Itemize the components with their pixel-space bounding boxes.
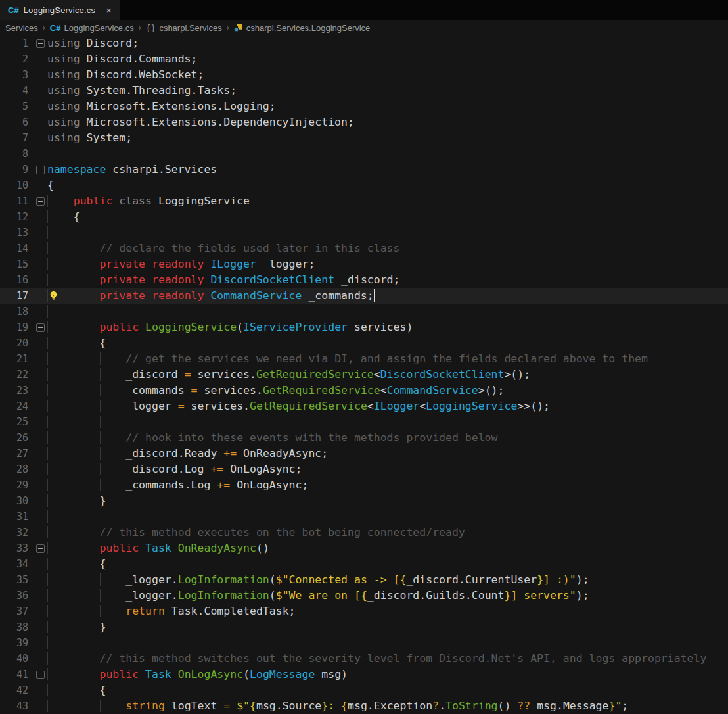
line-number[interactable]: 15 [0,256,33,272]
line-number[interactable]: 38 [0,619,33,635]
line-number[interactable]: 35 [0,572,33,588]
line-number[interactable]: 41 [0,667,33,682]
line-number[interactable]: 18 [0,304,33,320]
code-line[interactable]: 29 _commands.Log += OnLogAsync; [0,477,728,493]
line-number[interactable]: 26 [0,430,33,446]
breadcrumb-item-csharpi-services-loggingservice[interactable]: csharpi.Services.LoggingService [234,23,371,33]
line-number[interactable]: 42 [0,682,33,698]
code-line[interactable]: 12 { [0,209,728,225]
line-number[interactable]: 31 [0,509,33,525]
code-line[interactable]: 5using Microsoft.Extensions.Logging; [0,99,728,114]
code-line[interactable]: 30 } [0,493,728,509]
line-number[interactable]: 36 [0,588,33,604]
line-number[interactable]: 19 [0,320,33,335]
code-line[interactable]: 16 private readonly DiscordSocketClient … [0,272,728,288]
code-line[interactable]: 35 _logger.LogInformation($"Connected as… [0,572,728,588]
code-line[interactable]: 26 // hook into these events with the me… [0,430,728,446]
code-line[interactable]: 15 private readonly ILogger _logger; [0,256,728,272]
line-number[interactable]: 25 [0,414,33,430]
code-line[interactable]: 2using Discord.Commands; [0,51,728,67]
line-number[interactable]: 10 [0,178,33,193]
line-number[interactable]: 29 [0,477,33,493]
code-line[interactable]: 18 [0,304,728,320]
line-number[interactable]: 17 [0,288,33,304]
code-line[interactable]: 17 private readonly CommandService _comm… [0,288,728,304]
code-line[interactable]: 40 // this method switches out the sever… [0,651,728,667]
line-number[interactable]: 5 [0,99,33,114]
line-number[interactable]: 13 [0,225,33,241]
code-line[interactable]: 13 [0,225,728,241]
tab-loggingservice[interactable]: C# LoggingService.cs × [0,0,120,20]
line-number[interactable]: 16 [0,272,33,288]
code-line[interactable]: 36 _logger.LogInformation($"We are on [{… [0,588,728,604]
code-line[interactable]: 24 _logger = services.GetRequiredService… [0,398,728,414]
line-number[interactable]: 21 [0,351,33,367]
line-number[interactable]: 24 [0,398,33,414]
code-line[interactable]: 34 { [0,556,728,572]
line-number[interactable]: 7 [0,130,33,146]
line-number[interactable]: 9 [0,162,33,178]
code-line[interactable]: 10{ [0,178,728,193]
line-number[interactable]: 43 [0,698,33,714]
code-line[interactable]: 21 // get the services we need via DI, a… [0,351,728,367]
code-line[interactable]: 19 public LoggingService(IServiceProvide… [0,320,728,335]
line-number[interactable]: 3 [0,67,33,83]
code-line[interactable]: 27 _discord.Ready += OnReadyAsync; [0,446,728,462]
fold-collapse-icon[interactable] [36,197,45,206]
line-number[interactable]: 28 [0,462,33,477]
code-line[interactable]: 22 _discord = services.GetRequiredServic… [0,367,728,383]
fold-collapse-icon[interactable] [36,323,45,332]
fold-collapse-icon[interactable] [36,39,45,48]
code-line[interactable]: 33 public Task OnReadyAsync() [0,540,728,556]
lightbulb-icon[interactable] [49,291,58,300]
breadcrumb-item-loggingservice-cs[interactable]: C#LoggingService.cs [50,23,134,33]
line-number[interactable]: 40 [0,651,33,667]
code-line[interactable]: 39 [0,635,728,651]
line-number[interactable]: 39 [0,635,33,651]
code-editor[interactable]: 1using Discord;2using Discord.Commands;3… [0,36,728,714]
code-line[interactable]: 8 [0,146,728,162]
code-line[interactable]: 20 { [0,335,728,351]
breadcrumb-item-csharpi-services[interactable]: {}csharpi.Services [146,23,222,33]
code-line[interactable]: 9namespace csharpi.Services [0,162,728,178]
line-number[interactable]: 2 [0,51,33,67]
code-line[interactable]: 38 } [0,619,728,635]
fold-collapse-icon[interactable] [36,166,45,174]
code-line[interactable]: 4using System.Threading.Tasks; [0,83,728,99]
code-line[interactable]: 28 _discord.Log += OnLogAsync; [0,462,728,477]
line-number[interactable]: 11 [0,193,33,209]
close-icon[interactable]: × [106,5,112,15]
line-number[interactable]: 8 [0,146,33,162]
code-line[interactable]: 1using Discord; [0,36,728,51]
fold-collapse-icon[interactable] [36,544,45,553]
line-number[interactable]: 12 [0,209,33,225]
code-line[interactable]: 14 // declare the fields used later in t… [0,241,728,256]
code-line[interactable]: 43 string logText = $"{msg.Source}: {msg… [0,698,728,714]
code-line[interactable]: 41 public Task OnLogAsync(LogMessage msg… [0,667,728,682]
line-number[interactable]: 1 [0,36,33,51]
breadcrumb-item-services[interactable]: Services [5,23,38,33]
code-line[interactable]: 6using Microsoft.Extensions.DependencyIn… [0,114,728,130]
line-number[interactable]: 37 [0,604,33,619]
line-number[interactable]: 34 [0,556,33,572]
code-line[interactable]: 23 _commands = services.GetRequiredServi… [0,383,728,398]
line-number[interactable]: 30 [0,493,33,509]
code-line[interactable]: 32 // this method executes on the bot be… [0,525,728,540]
fold-collapse-icon[interactable] [36,671,45,679]
line-number[interactable]: 33 [0,540,33,556]
line-number[interactable]: 32 [0,525,33,540]
code-line[interactable]: 37 return Task.CompletedTask; [0,604,728,619]
line-number[interactable]: 23 [0,383,33,398]
line-number[interactable]: 4 [0,83,33,99]
code-line[interactable]: 31 [0,509,728,525]
line-number[interactable]: 27 [0,446,33,462]
line-number[interactable]: 14 [0,241,33,256]
code-line[interactable]: 25 [0,414,728,430]
code-line[interactable]: 11 public class LoggingService [0,193,728,209]
line-number[interactable]: 20 [0,335,33,351]
code-line[interactable]: 42 { [0,682,728,698]
code-line[interactable]: 7using System; [0,130,728,146]
line-number[interactable]: 22 [0,367,33,383]
code-line[interactable]: 3using Discord.WebSocket; [0,67,728,83]
line-number[interactable]: 6 [0,114,33,130]
